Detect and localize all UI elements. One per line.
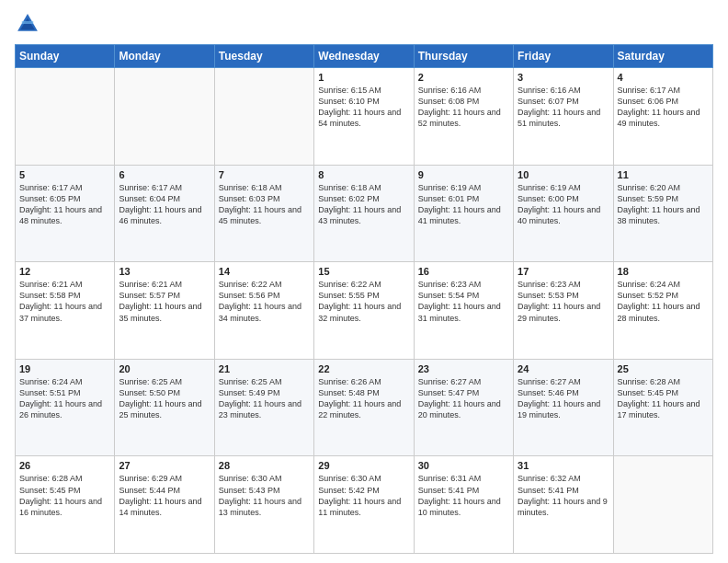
calendar-cell: 27Sunrise: 6:29 AMSunset: 5:44 PMDayligh… — [115, 456, 214, 554]
calendar-cell: 4Sunrise: 6:17 AMSunset: 6:06 PMDaylight… — [613, 68, 712, 166]
cell-details: Sunrise: 6:24 AMSunset: 5:51 PMDaylight:… — [19, 376, 110, 421]
cell-details: Sunrise: 6:31 AMSunset: 5:41 PMDaylight:… — [418, 473, 509, 518]
calendar-cell: 12Sunrise: 6:21 AMSunset: 5:58 PMDayligh… — [16, 262, 115, 360]
cell-details: Sunrise: 6:19 AMSunset: 6:01 PMDaylight:… — [418, 182, 509, 227]
calendar-table: SundayMondayTuesdayWednesdayThursdayFrid… — [15, 44, 713, 554]
calendar-cell — [613, 456, 712, 554]
cell-details: Sunrise: 6:20 AMSunset: 5:59 PMDaylight:… — [618, 182, 709, 227]
day-number: 13 — [119, 266, 210, 277]
day-number: 23 — [418, 363, 509, 374]
weekday-header-tuesday: Tuesday — [214, 45, 313, 68]
calendar-cell: 31Sunrise: 6:32 AMSunset: 5:41 PMDayligh… — [514, 456, 613, 554]
calendar-cell: 28Sunrise: 6:30 AMSunset: 5:43 PMDayligh… — [214, 456, 313, 554]
calendar-cell: 25Sunrise: 6:28 AMSunset: 5:45 PMDayligh… — [613, 359, 712, 456]
calendar-cell: 3Sunrise: 6:16 AMSunset: 6:07 PMDaylight… — [514, 68, 613, 166]
calendar-cell: 22Sunrise: 6:26 AMSunset: 5:48 PMDayligh… — [314, 359, 414, 456]
day-number: 29 — [318, 460, 409, 471]
logo — [15, 11, 44, 37]
weekday-header-saturday: Saturday — [613, 45, 712, 68]
calendar-cell: 9Sunrise: 6:19 AMSunset: 6:01 PMDaylight… — [414, 165, 513, 262]
cell-details: Sunrise: 6:30 AMSunset: 5:43 PMDaylight:… — [219, 473, 310, 518]
calendar-cell: 2Sunrise: 6:16 AMSunset: 6:08 PMDaylight… — [414, 68, 513, 166]
day-number: 8 — [318, 169, 409, 180]
calendar-cell: 16Sunrise: 6:23 AMSunset: 5:54 PMDayligh… — [414, 262, 513, 360]
cell-details: Sunrise: 6:18 AMSunset: 6:02 PMDaylight:… — [318, 182, 409, 227]
day-number: 16 — [418, 266, 509, 277]
day-number: 25 — [618, 363, 709, 374]
week-row-2: 5Sunrise: 6:17 AMSunset: 6:05 PMDaylight… — [16, 165, 713, 262]
day-number: 15 — [318, 266, 409, 277]
weekday-header-sunday: Sunday — [16, 45, 115, 68]
cell-details: Sunrise: 6:25 AMSunset: 5:49 PMDaylight:… — [219, 376, 310, 421]
cell-details: Sunrise: 6:24 AMSunset: 5:52 PMDaylight:… — [618, 279, 709, 324]
calendar-cell: 7Sunrise: 6:18 AMSunset: 6:03 PMDaylight… — [214, 165, 313, 262]
week-row-5: 26Sunrise: 6:28 AMSunset: 5:45 PMDayligh… — [16, 456, 713, 554]
week-row-4: 19Sunrise: 6:24 AMSunset: 5:51 PMDayligh… — [16, 359, 713, 456]
cell-details: Sunrise: 6:22 AMSunset: 5:56 PMDaylight:… — [219, 279, 310, 324]
day-number: 31 — [518, 460, 609, 471]
calendar-cell: 10Sunrise: 6:19 AMSunset: 6:00 PMDayligh… — [514, 165, 613, 262]
calendar-cell: 23Sunrise: 6:27 AMSunset: 5:47 PMDayligh… — [414, 359, 513, 456]
svg-rect-2 — [22, 21, 33, 24]
cell-details: Sunrise: 6:32 AMSunset: 5:41 PMDaylight:… — [518, 473, 609, 518]
cell-details: Sunrise: 6:29 AMSunset: 5:44 PMDaylight:… — [119, 473, 210, 518]
calendar-cell: 26Sunrise: 6:28 AMSunset: 5:45 PMDayligh… — [16, 456, 115, 554]
calendar-cell: 8Sunrise: 6:18 AMSunset: 6:02 PMDaylight… — [314, 165, 414, 262]
day-number: 10 — [518, 169, 609, 180]
week-row-3: 12Sunrise: 6:21 AMSunset: 5:58 PMDayligh… — [16, 262, 713, 360]
day-number: 24 — [518, 363, 609, 374]
day-number: 12 — [19, 266, 110, 277]
calendar-cell: 30Sunrise: 6:31 AMSunset: 5:41 PMDayligh… — [414, 456, 513, 554]
day-number: 11 — [618, 169, 709, 180]
day-number: 3 — [518, 72, 609, 83]
day-number: 28 — [219, 460, 310, 471]
cell-details: Sunrise: 6:19 AMSunset: 6:00 PMDaylight:… — [518, 182, 609, 227]
calendar-cell — [115, 68, 214, 166]
day-number: 17 — [518, 266, 609, 277]
calendar-cell: 20Sunrise: 6:25 AMSunset: 5:50 PMDayligh… — [115, 359, 214, 456]
cell-details: Sunrise: 6:22 AMSunset: 5:55 PMDaylight:… — [318, 279, 409, 324]
cell-details: Sunrise: 6:27 AMSunset: 5:46 PMDaylight:… — [518, 376, 609, 421]
cell-details: Sunrise: 6:23 AMSunset: 5:54 PMDaylight:… — [418, 279, 509, 324]
day-number: 9 — [418, 169, 509, 180]
header — [15, 11, 713, 37]
calendar-cell: 18Sunrise: 6:24 AMSunset: 5:52 PMDayligh… — [613, 262, 712, 360]
day-number: 14 — [219, 266, 310, 277]
week-row-1: 1Sunrise: 6:15 AMSunset: 6:10 PMDaylight… — [16, 68, 713, 166]
calendar-cell: 6Sunrise: 6:17 AMSunset: 6:04 PMDaylight… — [115, 165, 214, 262]
day-number: 20 — [119, 363, 210, 374]
cell-details: Sunrise: 6:25 AMSunset: 5:50 PMDaylight:… — [119, 376, 210, 421]
weekday-header-monday: Monday — [115, 45, 214, 68]
cell-details: Sunrise: 6:17 AMSunset: 6:05 PMDaylight:… — [19, 182, 110, 227]
day-number: 1 — [318, 72, 409, 83]
day-number: 2 — [418, 72, 509, 83]
calendar-cell: 24Sunrise: 6:27 AMSunset: 5:46 PMDayligh… — [514, 359, 613, 456]
cell-details: Sunrise: 6:27 AMSunset: 5:47 PMDaylight:… — [418, 376, 509, 421]
cell-details: Sunrise: 6:26 AMSunset: 5:48 PMDaylight:… — [318, 376, 409, 421]
page: SundayMondayTuesdayWednesdayThursdayFrid… — [0, 0, 728, 563]
day-number: 27 — [119, 460, 210, 471]
calendar-cell: 1Sunrise: 6:15 AMSunset: 6:10 PMDaylight… — [314, 68, 414, 166]
cell-details: Sunrise: 6:28 AMSunset: 5:45 PMDaylight:… — [618, 376, 709, 421]
weekday-header-thursday: Thursday — [414, 45, 513, 68]
calendar-cell: 11Sunrise: 6:20 AMSunset: 5:59 PMDayligh… — [613, 165, 712, 262]
logo-icon — [15, 11, 40, 37]
calendar-cell — [214, 68, 313, 166]
day-number: 26 — [19, 460, 110, 471]
day-number: 7 — [219, 169, 310, 180]
cell-details: Sunrise: 6:21 AMSunset: 5:57 PMDaylight:… — [119, 279, 210, 324]
cell-details: Sunrise: 6:16 AMSunset: 6:07 PMDaylight:… — [518, 85, 609, 130]
calendar-cell: 13Sunrise: 6:21 AMSunset: 5:57 PMDayligh… — [115, 262, 214, 360]
cell-details: Sunrise: 6:17 AMSunset: 6:04 PMDaylight:… — [119, 182, 210, 227]
cell-details: Sunrise: 6:21 AMSunset: 5:58 PMDaylight:… — [19, 279, 110, 324]
cell-details: Sunrise: 6:15 AMSunset: 6:10 PMDaylight:… — [318, 85, 409, 130]
calendar-cell: 5Sunrise: 6:17 AMSunset: 6:05 PMDaylight… — [16, 165, 115, 262]
calendar-cell: 14Sunrise: 6:22 AMSunset: 5:56 PMDayligh… — [214, 262, 313, 360]
day-number: 18 — [618, 266, 709, 277]
weekday-header-row: SundayMondayTuesdayWednesdayThursdayFrid… — [16, 45, 713, 68]
cell-details: Sunrise: 6:30 AMSunset: 5:42 PMDaylight:… — [318, 473, 409, 518]
calendar-cell — [16, 68, 115, 166]
cell-details: Sunrise: 6:16 AMSunset: 6:08 PMDaylight:… — [418, 85, 509, 130]
cell-details: Sunrise: 6:18 AMSunset: 6:03 PMDaylight:… — [219, 182, 310, 227]
day-number: 4 — [618, 72, 709, 83]
